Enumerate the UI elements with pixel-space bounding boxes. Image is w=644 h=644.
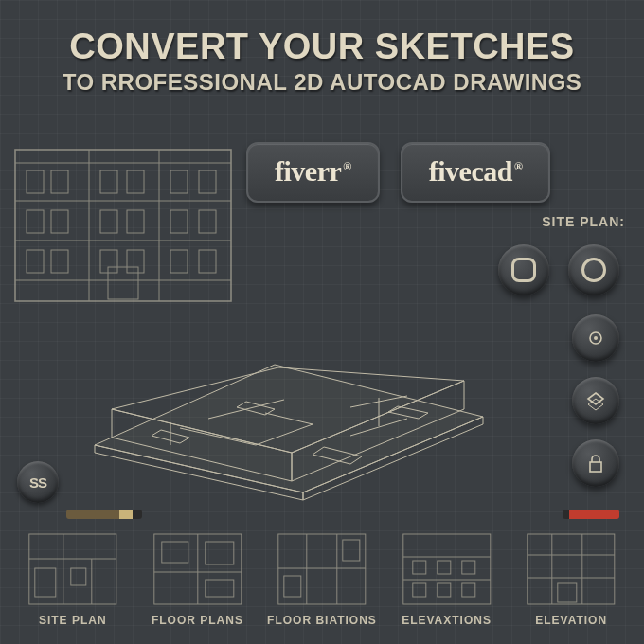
tool-button-3[interactable] — [572, 314, 619, 362]
svg-rect-81 — [558, 583, 577, 602]
thumbnail-row: SITE PLAN FLOOR PLANS FLOOR BIATIONS ELE… — [17, 530, 627, 627]
svg-rect-8 — [51, 170, 68, 193]
lock-icon — [585, 453, 606, 474]
thumb-floor-biations: FLOOR BIATIONS — [266, 530, 378, 627]
site-plan-side-label: SITE PLAN: — [542, 214, 625, 229]
registered-mark: ® — [343, 160, 350, 173]
svg-rect-19 — [170, 170, 188, 193]
svg-rect-11 — [27, 250, 44, 273]
svg-point-45 — [594, 336, 598, 340]
thumb-site-plan: SITE PLAN — [17, 530, 129, 627]
tool-button-4[interactable] — [572, 377, 619, 424]
square-icon — [511, 258, 536, 282]
svg-rect-7 — [27, 170, 44, 193]
brand-fivecad: fivecad® — [401, 142, 551, 203]
svg-rect-73 — [413, 583, 426, 597]
registered-mark: ® — [514, 160, 522, 173]
svg-rect-70 — [413, 561, 426, 574]
isometric-floor-plan — [66, 256, 511, 502]
layers-icon — [584, 389, 607, 412]
circle-icon — [581, 258, 606, 282]
svg-rect-58 — [161, 542, 188, 563]
svg-rect-22 — [199, 210, 216, 233]
svg-rect-67 — [403, 534, 491, 604]
svg-marker-26 — [95, 365, 483, 492]
svg-rect-13 — [100, 170, 117, 193]
svg-rect-66 — [343, 540, 360, 561]
ss-button-label: SS — [29, 474, 46, 491]
thumb-caption: SITE PLAN — [39, 614, 107, 627]
svg-rect-54 — [71, 568, 86, 585]
brand-fiverr: fiverr® — [246, 142, 380, 203]
brand-row: fiverr® fivecad® — [246, 142, 550, 203]
svg-rect-14 — [127, 170, 144, 193]
promo-heading: CONVERT YOUR SKETCHES TO RROFESSIONAL 2D… — [19, 27, 625, 96]
brand-fivecad-text: fivecad — [429, 155, 512, 187]
thumb-elevation: ELEVATION — [515, 530, 627, 627]
tool-button-5[interactable] — [572, 439, 619, 487]
brand-fiverr-text: fiverr — [275, 155, 341, 187]
svg-rect-72 — [462, 561, 475, 574]
svg-rect-20 — [199, 170, 216, 193]
svg-rect-21 — [170, 210, 188, 233]
svg-rect-75 — [462, 583, 475, 597]
thumb-caption: ELEVATION — [535, 614, 607, 627]
svg-rect-10 — [51, 210, 68, 233]
tool-button-1[interactable] — [498, 244, 549, 295]
svg-rect-59 — [205, 580, 233, 597]
thumb-elevaxtions: ELEVAXTIONS — [391, 530, 503, 627]
svg-rect-74 — [438, 583, 451, 597]
svg-rect-48 — [590, 462, 601, 472]
gear-icon — [584, 327, 607, 349]
svg-rect-49 — [29, 534, 116, 604]
svg-rect-9 — [27, 210, 44, 233]
heading-line-2: TO RROFESSIONAL 2D AUTOCAD DRAWINGS — [19, 69, 625, 96]
thumb-caption: FLOOR PLANS — [152, 614, 243, 627]
svg-rect-61 — [278, 534, 366, 604]
pencil-icon — [66, 510, 142, 519]
thumb-caption: ELEVAXTIONS — [402, 614, 492, 627]
svg-rect-53 — [35, 568, 56, 597]
svg-rect-65 — [284, 576, 301, 597]
svg-rect-15 — [100, 210, 117, 233]
heading-line-1: CONVERT YOUR SKETCHES — [19, 27, 625, 67]
svg-rect-71 — [438, 561, 451, 574]
svg-rect-60 — [205, 542, 233, 564]
thumb-floor-plans: FLOOR PLANS — [142, 530, 254, 627]
tool-button-2[interactable] — [568, 244, 619, 295]
svg-rect-16 — [127, 210, 144, 233]
thumb-caption: FLOOR BIATIONS — [267, 614, 377, 627]
svg-rect-76 — [528, 534, 615, 604]
red-pencil-icon — [563, 510, 619, 519]
ss-button[interactable]: SS — [17, 461, 59, 503]
